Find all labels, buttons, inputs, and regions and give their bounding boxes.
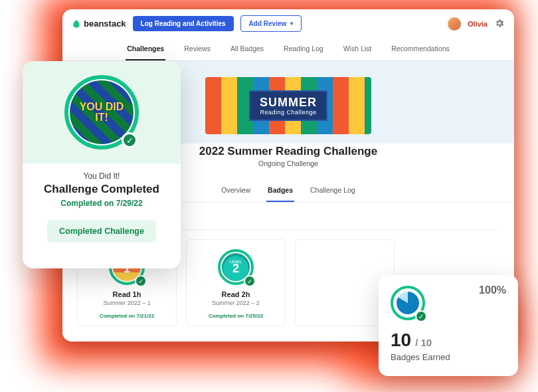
username-label[interactable]: Olivia [468, 20, 488, 28]
tab-recommendations[interactable]: Recommendations [390, 38, 451, 60]
progress-total: / 10 [415, 337, 432, 348]
gear-icon[interactable] [494, 18, 505, 30]
tab-reading-log[interactable]: Reading Log [282, 38, 325, 60]
leaf-icon [72, 19, 81, 29]
badge-completed-date: Completed on 7/21/22 [84, 313, 169, 319]
tab-wish-list[interactable]: Wish List [342, 38, 373, 60]
banner-title: SUMMER [260, 96, 317, 110]
tab-reviews[interactable]: Reviews [183, 38, 212, 60]
banner-subtitle: Reading Challenge [260, 109, 317, 116]
check-icon: ✓ [244, 275, 256, 287]
main-tabs: Challenges Reviews All Badges Reading Lo… [62, 38, 514, 61]
progress-percent: 100% [479, 284, 506, 296]
progress-label: Badges Earned [391, 352, 506, 362]
badge-sub: Summer 2022 – 1 [84, 300, 169, 306]
popout-date: Completed on 7/29/22 [23, 199, 181, 208]
check-icon: ✓ [122, 132, 137, 148]
badge-name: Read 1h [84, 290, 169, 298]
check-icon: ✓ [415, 310, 427, 322]
progress-earned: 10 [391, 330, 411, 351]
badge-sub: Summer 2022 – 2 [193, 300, 278, 306]
tab-challenges[interactable]: Challenges [126, 38, 165, 60]
badge-card[interactable]: LEVEL2 ✓ Read 2h Summer 2022 – 2 Complet… [186, 239, 286, 326]
popout-subhead: You Did It! [23, 171, 181, 181]
progress-badge-icon: ✓ [391, 286, 425, 320]
log-reading-button[interactable]: Log Reading and Activities [133, 16, 234, 31]
level-badge-icon: LEVEL2 ✓ [218, 249, 254, 285]
tab-all-badges[interactable]: All Badges [229, 38, 265, 60]
you-did-it-badge-icon: YOU DID IT! ✓ [64, 75, 139, 149]
top-bar: beanstack Log Reading and Activities Add… [62, 9, 514, 38]
subtab-challenge-log[interactable]: Challenge Log [309, 179, 357, 202]
avatar[interactable] [448, 17, 461, 31]
completion-popout: YOU DID IT! ✓ You Did It! Challenge Comp… [23, 61, 181, 268]
progress-popout: 100% ✓ 10 / 10 Badges Earned [379, 275, 518, 376]
subtab-badges[interactable]: Badges [266, 179, 294, 202]
badge-completed-date: Completed on 7/25/22 [193, 313, 278, 319]
add-review-button[interactable]: Add Review ▾ [240, 15, 302, 32]
subtab-overview[interactable]: Overview [220, 179, 252, 202]
brand-logo[interactable]: beanstack [72, 19, 126, 29]
badge-name: Read 2h [193, 290, 278, 298]
chevron-down-icon: ▾ [290, 21, 293, 27]
popout-title: Challenge Completed [23, 183, 181, 196]
check-icon: ✓ [135, 275, 147, 287]
challenge-banner: SUMMER Reading Challenge [205, 77, 371, 134]
completed-challenge-button[interactable]: Completed Challenge [47, 220, 156, 243]
